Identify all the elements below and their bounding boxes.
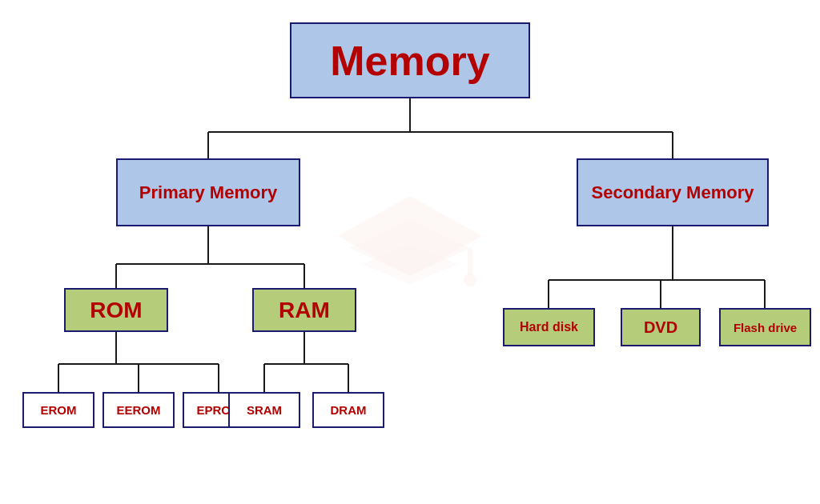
flashdrive-node: Flash drive bbox=[719, 308, 811, 346]
memory-tree: Memory Primary Memory Secondary Memory R… bbox=[0, 0, 820, 504]
flashdrive-label: Flash drive bbox=[734, 321, 797, 334]
harddisk-node: Hard disk bbox=[503, 308, 595, 346]
sram-node: SRAM bbox=[228, 392, 300, 428]
secondary-memory-node: Secondary Memory bbox=[577, 158, 769, 226]
erom-label: EROM bbox=[41, 403, 77, 417]
memory-node: Memory bbox=[290, 22, 530, 98]
secondary-memory-label: Secondary Memory bbox=[592, 182, 754, 203]
sram-label: SRAM bbox=[247, 403, 282, 417]
ram-label: RAM bbox=[279, 298, 330, 323]
dram-node: DRAM bbox=[312, 392, 384, 428]
primary-memory-node: Primary Memory bbox=[116, 158, 300, 226]
ram-node: RAM bbox=[252, 288, 356, 332]
primary-memory-label: Primary Memory bbox=[139, 182, 277, 203]
harddisk-label: Hard disk bbox=[520, 320, 578, 334]
erom-node: EROM bbox=[22, 392, 94, 428]
dvd-node: DVD bbox=[621, 308, 701, 346]
eerom-label: EEROM bbox=[116, 403, 160, 417]
dvd-label: DVD bbox=[644, 318, 677, 337]
rom-label: ROM bbox=[90, 298, 142, 323]
eerom-node: EEROM bbox=[102, 392, 175, 428]
dram-label: DRAM bbox=[331, 403, 367, 417]
memory-label: Memory bbox=[330, 37, 489, 85]
rom-node: ROM bbox=[64, 288, 168, 332]
